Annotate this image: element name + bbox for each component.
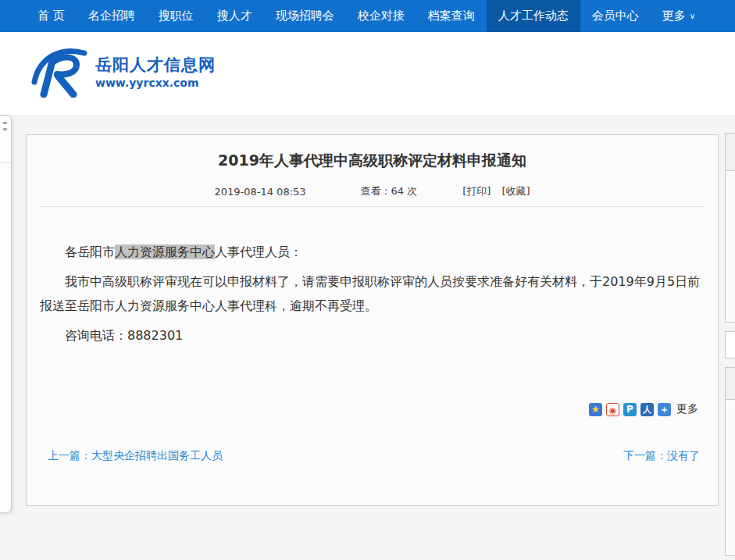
nav-more-label: 更多 <box>662 9 686 23</box>
article-salutation: 各岳阳市人力资源服务中心人事代理人员： <box>40 240 705 264</box>
left-panel-divider <box>0 162 11 163</box>
prev-article-link[interactable]: 上一篇：大型央企招聘出国务工人员 <box>48 449 223 462</box>
favorite-button[interactable]: [收藏] <box>501 184 530 198</box>
left-panel-list-icon[interactable]: ≡ ≡ <box>0 116 11 133</box>
main-nav: 首 页 名企招聘 搜职位 搜人才 现场招聘会 校企对接 档案查询 人才工作动态 … <box>0 0 735 32</box>
article-meta-row: 2019-08-14 08:53 查看：64 次 [打印] [收藏] <box>40 184 705 198</box>
article-body: 我市中高级职称评审现在可以申报材料了，请需要申报职称评审的人员按要求准备好有关材… <box>40 269 705 318</box>
print-button[interactable]: [打印] <box>462 184 491 198</box>
share-bar: ★ ◉ P 人 ＋ 更多 <box>40 402 705 416</box>
nav-item-home[interactable]: 首 页 <box>26 0 77 32</box>
site-name: 岳阳人才信息网 <box>95 55 216 74</box>
right-sidebar-box-bottom-header <box>726 368 735 400</box>
site-url: www.yyrcxx.com <box>95 77 216 89</box>
share-more-link[interactable]: 更多 <box>676 402 698 416</box>
right-sidebar-box-top-header <box>726 134 735 171</box>
article-title: 2019年人事代理中高级职称评定材料申报通知 <box>40 151 705 171</box>
chevron-down-icon: ∨ <box>690 12 695 20</box>
right-sidebar-box-bottom <box>725 367 735 556</box>
right-sidebar-box-middle <box>725 331 735 358</box>
next-article-label: 下一篇：没有了 <box>623 449 700 462</box>
article-pager: 上一篇：大型央企招聘出国务工人员 下一篇：没有了 <box>40 449 705 463</box>
article-view-count: 查看：64 次 <box>361 184 418 198</box>
site-logo[interactable]: 岳阳人才信息网 www.yyrcxx.com <box>31 46 216 98</box>
logo-r-swoosh-icon <box>31 46 87 98</box>
nav-item-job-fairs[interactable]: 现场招聘会 <box>264 0 346 32</box>
qzone-share-icon[interactable]: ★ <box>589 403 602 416</box>
right-sidebar-box-top <box>725 133 735 323</box>
article-phone: 咨询电话：8882301 <box>40 323 705 348</box>
article-date: 2019-08-14 08:53 <box>214 186 305 198</box>
left-float-panel[interactable]: ≡ ≡ <box>0 115 12 513</box>
nav-item-search-talent[interactable]: 搜人才 <box>205 0 264 32</box>
nav-item-search-jobs[interactable]: 搜职位 <box>147 0 205 32</box>
share-plus-icon[interactable]: ＋ <box>658 403 671 416</box>
highlighted-text: 人力资源服务中心 <box>115 244 215 259</box>
nav-item-member-center[interactable]: 会员中心 <box>580 0 651 32</box>
site-header: 岳阳人才信息网 www.yyrcxx.com <box>0 32 735 115</box>
paipai-share-icon[interactable]: P <box>623 403 637 416</box>
nav-item-talent-news-active[interactable]: 人才工作动态 <box>487 0 580 32</box>
nav-item-more[interactable]: 更多∨ <box>651 0 707 32</box>
logo-text: 岳阳人才信息网 www.yyrcxx.com <box>95 55 216 89</box>
nav-item-company-jobs[interactable]: 名企招聘 <box>77 0 147 32</box>
title-divider <box>40 206 705 207</box>
weibo-share-icon[interactable]: ◉ <box>606 403 619 416</box>
article-panel: 2019年人事代理中高级职称评定材料申报通知 2019-08-14 08:53 … <box>26 134 719 506</box>
renren-share-icon[interactable]: 人 <box>640 403 654 416</box>
nav-item-archive-query[interactable]: 档案查询 <box>416 0 487 32</box>
nav-item-school-enterprise[interactable]: 校企对接 <box>346 0 416 32</box>
